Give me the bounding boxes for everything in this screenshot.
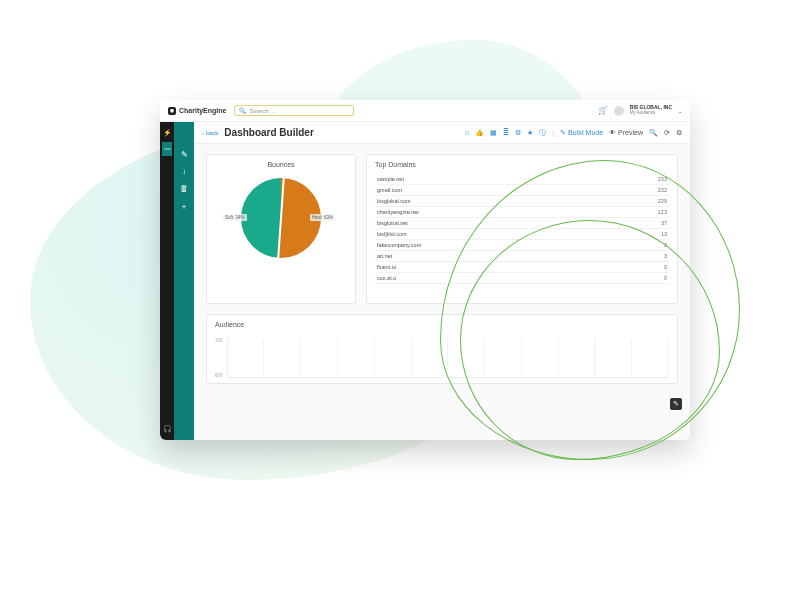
page-title: Dashboard Builder: [224, 127, 313, 138]
title-actions: ⌂ 👍 ▦ ≣ ⚙ ★ ⓘ | ✎ Build Mode 👁 Preview 🔍…: [465, 128, 682, 138]
nav-strip: ⚡ 〰 🎧: [160, 122, 174, 440]
domain-name: cox.at.o: [377, 275, 396, 281]
table-row[interactable]: gmail.com232: [375, 185, 669, 196]
table-row[interactable]: cox.at.o0: [375, 273, 669, 284]
table-row[interactable]: sample.net233: [375, 174, 669, 185]
tool-strip: ✎ ↓ 🗑 ＋: [174, 122, 194, 440]
domain-name: gmail.com: [377, 187, 402, 193]
domain-count: 13: [661, 231, 667, 237]
audience-card: Audience 700 600 ↖: [206, 314, 678, 384]
nav-bolt-icon[interactable]: ⚡: [162, 126, 172, 140]
domain-count: 0: [664, 264, 667, 270]
nav-headset-icon[interactable]: 🎧: [162, 422, 172, 436]
content: Bounces Soft: 34% Hard: 63% Top Domains …: [194, 144, 690, 440]
domain-count: 3: [664, 242, 667, 248]
domain-name: charityengine.net: [377, 209, 419, 215]
domain-count: 37: [661, 220, 667, 226]
table-row[interactable]: charityengine.net123: [375, 207, 669, 218]
table-row[interactable]: fakecompany.com3: [375, 240, 669, 251]
domain-name: fluent.io: [377, 264, 396, 270]
action-star-icon[interactable]: ★: [527, 129, 533, 137]
chevron-down-icon[interactable]: ⌄: [678, 108, 682, 114]
topbar-right: 🛒 BIS GLOBAL, INC My Audience ⌄: [598, 105, 682, 115]
domain-count: 233: [658, 176, 667, 182]
table-row[interactable]: bisglobal.net37: [375, 218, 669, 229]
brand-name: CharityEngine: [179, 107, 226, 114]
action-refresh-icon[interactable]: ⟳: [664, 129, 670, 137]
audience-y-axis: 700 600: [215, 338, 225, 378]
action-list-icon[interactable]: ≣: [503, 129, 509, 137]
delete-icon[interactable]: 🗑: [180, 184, 188, 193]
domain-name: bisglobal.net: [377, 220, 408, 226]
back-link[interactable]: ‹ back: [202, 130, 218, 136]
avatar[interactable]: [614, 106, 624, 116]
nav-analytics-icon[interactable]: 〰: [162, 142, 172, 156]
domain-count: 123: [658, 209, 667, 215]
app-window: CharityEngine 🔍 Search ... 🛒 BIS GLOBAL,…: [160, 100, 690, 440]
search-input[interactable]: 🔍 Search ...: [234, 105, 354, 116]
add-icon[interactable]: ＋: [180, 201, 188, 212]
domain-name: sample.net: [377, 176, 404, 182]
action-cog-icon[interactable]: ⚙: [515, 129, 521, 137]
edit-icon[interactable]: ✎: [181, 150, 188, 159]
audience-chart: [227, 338, 669, 378]
titlebar: ‹ back Dashboard Builder ⌂ 👍 ▦ ≣ ⚙ ★ ⓘ |…: [194, 122, 690, 144]
org-switcher[interactable]: BIS GLOBAL, INC My Audience: [630, 105, 672, 115]
audience-title: Audience: [215, 321, 669, 328]
action-thumb-icon[interactable]: 👍: [475, 129, 484, 137]
pie-label-soft: Soft: 34%: [223, 214, 247, 221]
domain-count: 0: [664, 275, 667, 281]
action-home-icon[interactable]: ⌂: [465, 129, 469, 136]
download-icon[interactable]: ↓: [182, 167, 186, 176]
build-mode-button[interactable]: ✎ Build Mode: [560, 129, 603, 137]
table-row[interactable]: bisfjklsl.com13: [375, 229, 669, 240]
brand[interactable]: CharityEngine: [168, 107, 226, 115]
action-grid-icon[interactable]: ▦: [490, 129, 497, 137]
action-vsep: |: [552, 129, 554, 136]
domains-list: sample.net233gmail.com232bisglobal.com22…: [375, 174, 669, 284]
domain-count: 232: [658, 187, 667, 193]
preview-button[interactable]: 👁 Preview: [609, 129, 643, 136]
edit-fab-button[interactable]: ✎: [670, 398, 682, 410]
table-row[interactable]: att.net3: [375, 251, 669, 262]
action-search-icon[interactable]: 🔍: [649, 129, 658, 137]
search-icon: 🔍: [239, 107, 246, 114]
domains-card: Top Domains sample.net233gmail.com232bis…: [366, 154, 678, 304]
table-row[interactable]: bisglobal.com229: [375, 196, 669, 207]
bounces-title: Bounces: [267, 161, 294, 168]
org-sub: My Audience: [630, 111, 672, 116]
domain-name: bisfjklsl.com: [377, 231, 407, 237]
bounces-card: Bounces Soft: 34% Hard: 63%: [206, 154, 356, 304]
cart-icon[interactable]: 🛒: [598, 106, 608, 115]
action-code-icon[interactable]: ⓘ: [539, 128, 546, 138]
search-placeholder: Search ...: [249, 108, 275, 114]
bounces-pie-chart: Soft: 34% Hard: 63%: [241, 178, 321, 258]
audience-line: [276, 341, 277, 377]
domain-count: 229: [658, 198, 667, 204]
domain-count: 3: [664, 253, 667, 259]
domain-name: fakecompany.com: [377, 242, 421, 248]
topbar: CharityEngine 🔍 Search ... 🛒 BIS GLOBAL,…: [160, 100, 690, 122]
table-row[interactable]: fluent.io0: [375, 262, 669, 273]
action-gear-icon[interactable]: ⚙: [676, 129, 682, 137]
domains-title: Top Domains: [375, 161, 669, 168]
brand-logo-icon: [168, 107, 176, 115]
domain-name: bisglobal.com: [377, 198, 411, 204]
domain-name: att.net: [377, 253, 392, 259]
pie-label-hard: Hard: 63%: [310, 214, 335, 221]
